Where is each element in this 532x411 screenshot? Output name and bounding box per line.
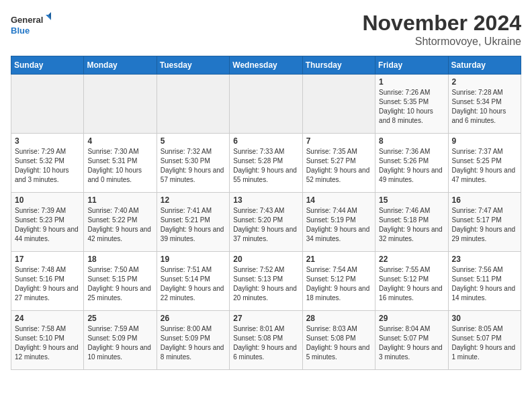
calendar-cell: 25 Sunrise: 7:59 AM Sunset: 5:09 PM Dayl… — [84, 311, 157, 370]
calendar-cell: 11 Sunrise: 7:40 AM Sunset: 5:22 PM Dayl… — [84, 193, 157, 252]
sunset-text: Sunset: 5:23 PM — [15, 216, 80, 225]
cell-info: Sunrise: 7:55 AM Sunset: 5:12 PM Dayligh… — [379, 265, 444, 303]
sunset-text: Sunset: 5:08 PM — [233, 334, 298, 343]
cell-info: Sunrise: 7:29 AM Sunset: 5:32 PM Dayligh… — [15, 147, 80, 185]
cell-info: Sunrise: 7:43 AM Sunset: 5:20 PM Dayligh… — [233, 206, 298, 244]
sunrise-text: Sunrise: 7:52 AM — [233, 265, 298, 275]
day-number: 3 — [15, 136, 80, 146]
daylight-text: Daylight: 9 hours and 57 minutes. — [161, 166, 226, 185]
calendar-cell: 4 Sunrise: 7:30 AM Sunset: 5:31 PM Dayli… — [84, 134, 157, 193]
sunset-text: Sunset: 5:07 PM — [452, 334, 517, 343]
calendar-cell: 30 Sunrise: 8:05 AM Sunset: 5:07 PM Dayl… — [448, 311, 521, 370]
cell-info: Sunrise: 7:26 AM Sunset: 5:35 PM Dayligh… — [379, 88, 444, 126]
sunrise-text: Sunrise: 8:05 AM — [452, 324, 517, 334]
sunset-text: Sunset: 5:11 PM — [452, 275, 517, 284]
daylight-text: Daylight: 10 hours and 0 minutes. — [87, 166, 152, 185]
day-number: 17 — [15, 255, 80, 264]
week-row-5: 24 Sunrise: 7:58 AM Sunset: 5:10 PM Dayl… — [11, 311, 521, 370]
sunset-text: Sunset: 5:13 PM — [233, 275, 298, 284]
weekday-header-wednesday: Wednesday — [230, 56, 302, 75]
calendar-cell: 27 Sunrise: 8:01 AM Sunset: 5:08 PM Dayl… — [230, 311, 302, 370]
cell-info: Sunrise: 7:39 AM Sunset: 5:23 PM Dayligh… — [15, 206, 80, 244]
week-row-1: 1 Sunrise: 7:26 AM Sunset: 5:35 PM Dayli… — [11, 75, 521, 134]
weekday-header-friday: Friday — [375, 56, 448, 75]
sunrise-text: Sunrise: 7:41 AM — [161, 206, 226, 216]
sunrise-text: Sunrise: 7:47 AM — [452, 206, 517, 216]
day-number: 25 — [87, 314, 152, 323]
daylight-text: Daylight: 10 hours and 6 minutes. — [452, 107, 517, 126]
sunset-text: Sunset: 5:14 PM — [161, 275, 226, 284]
sunrise-text: Sunrise: 7:36 AM — [379, 147, 444, 156]
day-number: 20 — [233, 255, 298, 264]
logo: General Blue — [11, 11, 51, 41]
svg-text:Blue: Blue — [11, 26, 30, 36]
daylight-text: Daylight: 9 hours and 1 minute. — [452, 343, 517, 362]
calendar-cell: 29 Sunrise: 8:04 AM Sunset: 5:07 PM Dayl… — [375, 311, 448, 370]
daylight-text: Daylight: 9 hours and 37 minutes. — [233, 225, 298, 244]
daylight-text: Daylight: 9 hours and 52 minutes. — [306, 166, 371, 185]
sunset-text: Sunset: 5:15 PM — [87, 275, 152, 284]
sunrise-text: Sunrise: 7:51 AM — [161, 265, 226, 275]
sunset-text: Sunset: 5:27 PM — [306, 156, 371, 166]
sunrise-text: Sunrise: 7:48 AM — [15, 265, 80, 275]
calendar-cell: 22 Sunrise: 7:55 AM Sunset: 5:12 PM Dayl… — [375, 252, 448, 311]
day-number: 28 — [306, 314, 371, 323]
week-row-4: 17 Sunrise: 7:48 AM Sunset: 5:16 PM Dayl… — [11, 252, 521, 311]
calendar-cell: 10 Sunrise: 7:39 AM Sunset: 5:23 PM Dayl… — [11, 193, 84, 252]
calendar-cell: 5 Sunrise: 7:32 AM Sunset: 5:30 PM Dayli… — [157, 134, 229, 193]
cell-info: Sunrise: 7:48 AM Sunset: 5:16 PM Dayligh… — [15, 265, 80, 303]
calendar-cell: 3 Sunrise: 7:29 AM Sunset: 5:32 PM Dayli… — [11, 134, 84, 193]
calendar-cell: 19 Sunrise: 7:51 AM Sunset: 5:14 PM Dayl… — [157, 252, 229, 311]
day-number: 21 — [306, 255, 371, 264]
sunset-text: Sunset: 5:20 PM — [233, 216, 298, 225]
calendar-cell — [157, 75, 229, 134]
daylight-text: Daylight: 9 hours and 42 minutes. — [87, 225, 152, 244]
calendar-cell: 8 Sunrise: 7:36 AM Sunset: 5:26 PM Dayli… — [375, 134, 448, 193]
sunset-text: Sunset: 5:12 PM — [306, 275, 371, 284]
cell-info: Sunrise: 8:04 AM Sunset: 5:07 PM Dayligh… — [379, 324, 444, 362]
day-number: 27 — [233, 314, 298, 323]
calendar-cell: 9 Sunrise: 7:37 AM Sunset: 5:25 PM Dayli… — [448, 134, 521, 193]
sunrise-text: Sunrise: 8:04 AM — [379, 324, 444, 334]
daylight-text: Daylight: 9 hours and 44 minutes. — [15, 225, 80, 244]
day-number: 6 — [233, 136, 298, 146]
month-title: November 2024 — [362, 11, 521, 36]
weekday-header-monday: Monday — [84, 56, 157, 75]
sunrise-text: Sunrise: 7:54 AM — [306, 265, 371, 275]
cell-info: Sunrise: 7:41 AM Sunset: 5:21 PM Dayligh… — [161, 206, 226, 244]
day-number: 15 — [379, 195, 444, 205]
sunrise-text: Sunrise: 7:58 AM — [15, 324, 80, 334]
cell-info: Sunrise: 7:51 AM Sunset: 5:14 PM Dayligh… — [161, 265, 226, 303]
sunset-text: Sunset: 5:17 PM — [452, 216, 517, 225]
day-number: 22 — [379, 255, 444, 264]
calendar-cell: 18 Sunrise: 7:50 AM Sunset: 5:15 PM Dayl… — [84, 252, 157, 311]
daylight-text: Daylight: 9 hours and 34 minutes. — [306, 225, 371, 244]
sunset-text: Sunset: 5:07 PM — [379, 334, 444, 343]
cell-info: Sunrise: 7:30 AM Sunset: 5:31 PM Dayligh… — [87, 147, 152, 185]
daylight-text: Daylight: 9 hours and 12 minutes. — [15, 343, 80, 362]
sunset-text: Sunset: 5:32 PM — [15, 156, 80, 166]
daylight-text: Daylight: 9 hours and 25 minutes. — [87, 284, 152, 303]
sunset-text: Sunset: 5:26 PM — [379, 156, 444, 166]
sunset-text: Sunset: 5:08 PM — [306, 334, 371, 343]
day-number: 12 — [161, 195, 226, 205]
sunset-text: Sunset: 5:30 PM — [161, 156, 226, 166]
sunrise-text: Sunrise: 7:56 AM — [452, 265, 517, 275]
cell-info: Sunrise: 7:52 AM Sunset: 5:13 PM Dayligh… — [233, 265, 298, 303]
weekday-header-tuesday: Tuesday — [157, 56, 229, 75]
sunrise-text: Sunrise: 7:37 AM — [452, 147, 517, 156]
sunrise-text: Sunrise: 7:35 AM — [306, 147, 371, 156]
day-number: 2 — [452, 77, 517, 87]
cell-info: Sunrise: 7:46 AM Sunset: 5:18 PM Dayligh… — [379, 206, 444, 244]
sunrise-text: Sunrise: 7:28 AM — [452, 88, 517, 97]
sunset-text: Sunset: 5:09 PM — [87, 334, 152, 343]
cell-info: Sunrise: 7:47 AM Sunset: 5:17 PM Dayligh… — [452, 206, 517, 244]
daylight-text: Daylight: 9 hours and 29 minutes. — [452, 225, 517, 244]
day-number: 18 — [87, 255, 152, 264]
sunrise-text: Sunrise: 7:43 AM — [233, 206, 298, 216]
daylight-text: Daylight: 9 hours and 20 minutes. — [233, 284, 298, 303]
day-number: 23 — [452, 255, 517, 264]
day-number: 8 — [379, 136, 444, 146]
day-number: 9 — [452, 136, 517, 146]
cell-info: Sunrise: 8:03 AM Sunset: 5:08 PM Dayligh… — [306, 324, 371, 362]
